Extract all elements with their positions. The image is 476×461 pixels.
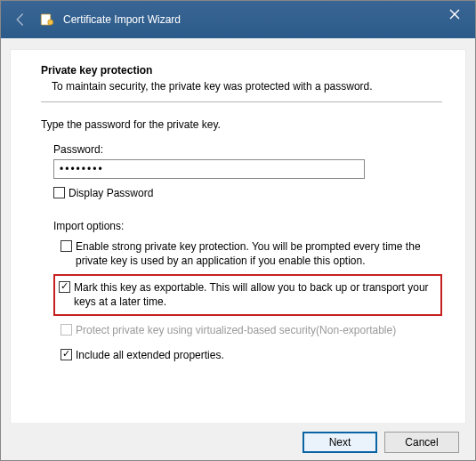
window-title: Certificate Import Wizard: [63, 13, 181, 26]
svg-point-1: [48, 20, 53, 25]
opt-exportable-checkbox[interactable]: [59, 281, 70, 293]
cancel-button[interactable]: Cancel: [384, 432, 459, 453]
opt-strong-checkbox[interactable]: [61, 240, 72, 252]
opt-extended-row[interactable]: Include all extended properties.: [61, 348, 442, 362]
password-label: Password:: [53, 143, 442, 156]
instruction-text: Type the password for the private key.: [41, 118, 442, 131]
display-password-row[interactable]: Display Password: [53, 186, 442, 200]
titlebar: Certificate Import Wizard: [1, 1, 475, 38]
opt-virtualized-label: Protect private key using virtualized-ba…: [76, 323, 396, 337]
opt-strong-label: Enable strong private key protection. Yo…: [76, 239, 442, 268]
section-title: Private key protection: [41, 64, 442, 77]
opt-exportable-label: Mark this key as exportable. This will a…: [74, 280, 437, 309]
divider: [41, 101, 442, 102]
opt-extended-checkbox[interactable]: [61, 349, 72, 360]
opt-virtualized-row: Protect private key using virtualized-ba…: [61, 323, 442, 337]
display-password-label: Display Password: [69, 186, 153, 200]
next-button[interactable]: Next: [303, 432, 377, 453]
highlighted-option-box: Mark this key as exportable. This will a…: [53, 274, 442, 316]
back-arrow-icon[interactable]: [10, 9, 31, 30]
opt-extended-label: Include all extended properties.: [76, 348, 224, 362]
section-description: To maintain security, the private key wa…: [52, 80, 442, 93]
import-options-label: Import options:: [53, 220, 442, 232]
opt-strong-row[interactable]: Enable strong private key protection. Yo…: [61, 239, 442, 268]
close-icon[interactable]: [434, 1, 475, 28]
display-password-checkbox[interactable]: [53, 187, 65, 198]
wizard-panel: Private key protection To maintain secur…: [10, 49, 466, 423]
password-input[interactable]: [53, 159, 365, 179]
opt-virtualized-checkbox: [61, 324, 72, 336]
opt-exportable-row[interactable]: Mark this key as exportable. This will a…: [59, 280, 437, 309]
certificate-wizard-icon: [38, 11, 56, 28]
footer: Next Cancel: [1, 423, 475, 461]
